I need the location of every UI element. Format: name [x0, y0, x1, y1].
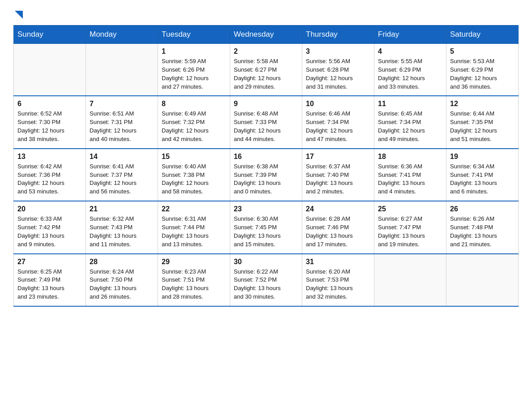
calendar-cell: 6Sunrise: 6:52 AM Sunset: 7:30 PM Daylig…	[14, 96, 86, 148]
day-number: 13	[17, 153, 82, 161]
day-info: Sunrise: 5:59 AM Sunset: 6:26 PM Dayligh…	[162, 57, 226, 91]
day-info: Sunrise: 5:56 AM Sunset: 6:28 PM Dayligh…	[306, 57, 370, 91]
day-number: 12	[450, 100, 515, 108]
calendar-cell: 1Sunrise: 5:59 AM Sunset: 6:26 PM Daylig…	[158, 44, 230, 96]
calendar-cell: 9Sunrise: 6:48 AM Sunset: 7:33 PM Daylig…	[230, 96, 302, 148]
calendar-cell: 28Sunrise: 6:24 AM Sunset: 7:50 PM Dayli…	[86, 254, 158, 306]
calendar-cell: 3Sunrise: 5:56 AM Sunset: 6:28 PM Daylig…	[302, 44, 374, 96]
day-info: Sunrise: 6:34 AM Sunset: 7:41 PM Dayligh…	[450, 163, 515, 196]
calendar-cell: 19Sunrise: 6:34 AM Sunset: 7:41 PM Dayli…	[446, 149, 519, 201]
day-info: Sunrise: 6:25 AM Sunset: 7:49 PM Dayligh…	[17, 268, 82, 301]
day-number: 6	[17, 100, 82, 108]
calendar-cell: 17Sunrise: 6:37 AM Sunset: 7:40 PM Dayli…	[302, 149, 374, 201]
day-info: Sunrise: 6:42 AM Sunset: 7:36 PM Dayligh…	[17, 163, 82, 196]
day-number: 4	[378, 47, 442, 56]
day-info: Sunrise: 6:24 AM Sunset: 7:50 PM Dayligh…	[90, 268, 154, 301]
day-number: 21	[90, 205, 154, 213]
calendar-cell: 7Sunrise: 6:51 AM Sunset: 7:31 PM Daylig…	[86, 96, 158, 148]
day-info: Sunrise: 6:40 AM Sunset: 7:38 PM Dayligh…	[162, 163, 226, 196]
day-info: Sunrise: 5:55 AM Sunset: 6:29 PM Dayligh…	[378, 57, 442, 91]
weekday-header-thursday: Thursday	[302, 26, 374, 44]
day-number: 22	[162, 205, 226, 213]
day-info: Sunrise: 6:33 AM Sunset: 7:42 PM Dayligh…	[17, 215, 82, 248]
weekday-header-row: SundayMondayTuesdayWednesdayThursdayFrid…	[14, 26, 519, 44]
calendar-cell: 13Sunrise: 6:42 AM Sunset: 7:36 PM Dayli…	[14, 149, 86, 201]
day-info: Sunrise: 6:46 AM Sunset: 7:34 PM Dayligh…	[306, 110, 370, 143]
day-info: Sunrise: 6:27 AM Sunset: 7:47 PM Dayligh…	[378, 215, 442, 248]
day-number: 7	[90, 100, 154, 108]
calendar-week-5: 27Sunrise: 6:25 AM Sunset: 7:49 PM Dayli…	[14, 254, 519, 306]
day-number: 5	[450, 47, 515, 56]
calendar-cell: 10Sunrise: 6:46 AM Sunset: 7:34 PM Dayli…	[302, 96, 374, 148]
day-info: Sunrise: 6:45 AM Sunset: 7:34 PM Dayligh…	[378, 110, 442, 143]
weekday-header-wednesday: Wednesday	[230, 26, 302, 44]
weekday-header-saturday: Saturday	[446, 26, 519, 44]
calendar-cell: 2Sunrise: 5:58 AM Sunset: 6:27 PM Daylig…	[230, 44, 302, 96]
svg-marker-0	[15, 11, 23, 19]
day-number: 19	[450, 153, 515, 161]
weekday-header-sunday: Sunday	[14, 26, 86, 44]
day-info: Sunrise: 6:22 AM Sunset: 7:52 PM Dayligh…	[234, 268, 298, 301]
day-number: 11	[378, 100, 442, 108]
logo-arrow-icon	[15, 11, 23, 19]
day-number: 28	[90, 258, 154, 266]
day-info: Sunrise: 6:51 AM Sunset: 7:31 PM Dayligh…	[90, 110, 154, 143]
day-number: 26	[450, 205, 515, 213]
calendar-body: 1Sunrise: 5:59 AM Sunset: 6:26 PM Daylig…	[14, 44, 519, 306]
day-info: Sunrise: 6:28 AM Sunset: 7:46 PM Dayligh…	[306, 215, 370, 248]
day-number: 8	[162, 100, 226, 108]
calendar-week-4: 20Sunrise: 6:33 AM Sunset: 7:42 PM Dayli…	[14, 201, 519, 253]
calendar-cell: 23Sunrise: 6:30 AM Sunset: 7:45 PM Dayli…	[230, 201, 302, 253]
day-info: Sunrise: 6:49 AM Sunset: 7:32 PM Dayligh…	[162, 110, 226, 143]
day-info: Sunrise: 6:31 AM Sunset: 7:44 PM Dayligh…	[162, 215, 226, 248]
calendar-cell: 22Sunrise: 6:31 AM Sunset: 7:44 PM Dayli…	[158, 201, 230, 253]
day-info: Sunrise: 6:38 AM Sunset: 7:39 PM Dayligh…	[234, 163, 298, 196]
page-header	[13, 9, 519, 21]
logo	[13, 9, 23, 21]
calendar-cell: 16Sunrise: 6:38 AM Sunset: 7:39 PM Dayli…	[230, 149, 302, 201]
weekday-header-friday: Friday	[374, 26, 446, 44]
calendar-cell: 12Sunrise: 6:44 AM Sunset: 7:35 PM Dayli…	[446, 96, 519, 148]
day-info: Sunrise: 6:26 AM Sunset: 7:48 PM Dayligh…	[450, 215, 515, 248]
day-info: Sunrise: 6:23 AM Sunset: 7:51 PM Dayligh…	[162, 268, 226, 301]
calendar-cell: 18Sunrise: 6:36 AM Sunset: 7:41 PM Dayli…	[374, 149, 446, 201]
day-number: 23	[234, 205, 298, 213]
calendar-cell	[446, 254, 519, 306]
calendar-cell: 21Sunrise: 6:32 AM Sunset: 7:43 PM Dayli…	[86, 201, 158, 253]
calendar-cell: 27Sunrise: 6:25 AM Sunset: 7:49 PM Dayli…	[14, 254, 86, 306]
weekday-header-tuesday: Tuesday	[158, 26, 230, 44]
day-number: 9	[234, 100, 298, 108]
day-number: 15	[162, 153, 226, 161]
calendar-cell: 30Sunrise: 6:22 AM Sunset: 7:52 PM Dayli…	[230, 254, 302, 306]
day-number: 30	[234, 258, 298, 266]
calendar-cell	[86, 44, 158, 96]
day-info: Sunrise: 6:41 AM Sunset: 7:37 PM Dayligh…	[90, 163, 154, 196]
calendar-cell: 15Sunrise: 6:40 AM Sunset: 7:38 PM Dayli…	[158, 149, 230, 201]
calendar-cell: 4Sunrise: 5:55 AM Sunset: 6:29 PM Daylig…	[374, 44, 446, 96]
calendar-week-2: 6Sunrise: 6:52 AM Sunset: 7:30 PM Daylig…	[14, 96, 519, 148]
day-info: Sunrise: 5:58 AM Sunset: 6:27 PM Dayligh…	[234, 57, 298, 91]
day-number: 31	[306, 258, 370, 266]
day-number: 29	[162, 258, 226, 266]
logo-general-text	[13, 9, 23, 21]
day-number: 27	[17, 258, 82, 266]
day-number: 18	[378, 153, 442, 161]
day-number: 10	[306, 100, 370, 108]
calendar-cell: 20Sunrise: 6:33 AM Sunset: 7:42 PM Dayli…	[14, 201, 86, 253]
calendar-cell: 25Sunrise: 6:27 AM Sunset: 7:47 PM Dayli…	[374, 201, 446, 253]
calendar-week-3: 13Sunrise: 6:42 AM Sunset: 7:36 PM Dayli…	[14, 149, 519, 201]
calendar-cell: 11Sunrise: 6:45 AM Sunset: 7:34 PM Dayli…	[374, 96, 446, 148]
day-info: Sunrise: 6:20 AM Sunset: 7:53 PM Dayligh…	[306, 268, 370, 301]
day-number: 2	[234, 47, 298, 56]
calendar-cell: 26Sunrise: 6:26 AM Sunset: 7:48 PM Dayli…	[446, 201, 519, 253]
day-number: 14	[90, 153, 154, 161]
day-info: Sunrise: 6:30 AM Sunset: 7:45 PM Dayligh…	[234, 215, 298, 248]
calendar-cell	[14, 44, 86, 96]
day-info: Sunrise: 6:36 AM Sunset: 7:41 PM Dayligh…	[378, 163, 442, 196]
calendar-table: SundayMondayTuesdayWednesdayThursdayFrid…	[13, 25, 519, 307]
day-info: Sunrise: 5:53 AM Sunset: 6:29 PM Dayligh…	[450, 57, 515, 91]
day-info: Sunrise: 6:32 AM Sunset: 7:43 PM Dayligh…	[90, 215, 154, 248]
day-info: Sunrise: 6:37 AM Sunset: 7:40 PM Dayligh…	[306, 163, 370, 196]
calendar-cell: 14Sunrise: 6:41 AM Sunset: 7:37 PM Dayli…	[86, 149, 158, 201]
day-number: 24	[306, 205, 370, 213]
